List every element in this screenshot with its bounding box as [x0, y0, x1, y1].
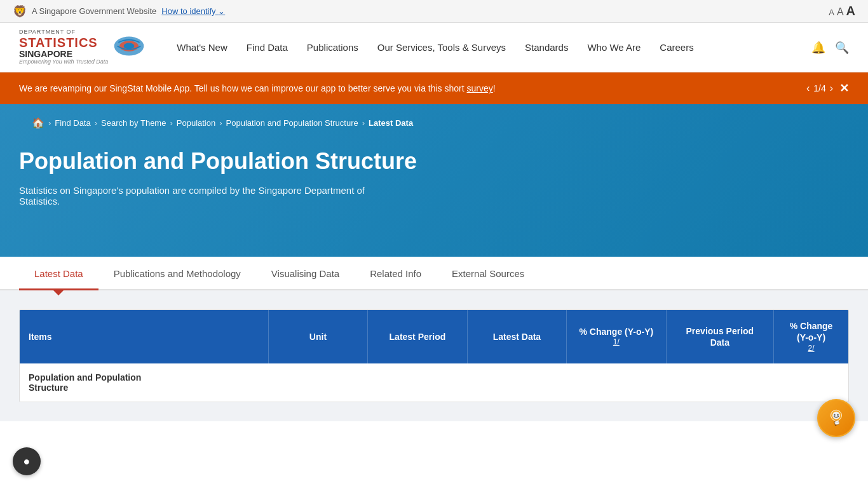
breadcrumb-sep-1: ›	[48, 118, 51, 128]
tab-latest-data[interactable]: Latest Data	[19, 257, 98, 289]
svg-point-6	[837, 414, 839, 416]
logo[interactable]: DEPARTMENT OF STATISTICS SINGAPORE Empow…	[19, 29, 145, 65]
cell-items: Population and PopulationStructure	[20, 363, 268, 402]
banner-survey-link[interactable]: survey	[467, 83, 493, 93]
cell-latest-data	[467, 363, 566, 402]
nav-publications[interactable]: Publications	[307, 42, 358, 53]
banner-counter: 1/4	[813, 83, 825, 93]
breadcrumb-find-data[interactable]: Find Data	[55, 118, 90, 128]
svg-text:💬: 💬	[834, 420, 840, 421]
banner-prev[interactable]: ‹	[806, 83, 810, 94]
cell-unit	[268, 363, 367, 402]
tab-related-info[interactable]: Related Info	[355, 257, 437, 289]
th-prev-pct: % Change (Y-o-Y) 2/	[774, 310, 848, 363]
logo-icon	[113, 34, 145, 61]
identify-link[interactable]: How to identify ⌄	[161, 6, 225, 16]
agency-text: A Singapore Government Website	[32, 6, 156, 16]
main-nav: What's New Find Data Publications Our Se…	[177, 42, 792, 53]
hero-subtitle: Statistics on Singapore's population are…	[19, 185, 400, 207]
tab-external-sources[interactable]: External Sources	[437, 257, 539, 289]
page-title: Population and Population Structure	[19, 148, 849, 175]
svg-point-5	[834, 414, 836, 416]
th-prev-period-data: Previous Period Data	[666, 310, 774, 363]
content-area: Items Unit Latest Period Latest Data % C…	[0, 290, 868, 421]
logo-tagline: Empowering You with Trusted Data	[19, 59, 108, 65]
hero-section: 🏠 › Find Data › Search by Theme › Popula…	[0, 104, 868, 257]
tabs-section: Latest Data Publications and Methodology…	[0, 257, 868, 290]
logo-text: DEPARTMENT OF STATISTICS SINGAPORE Empow…	[19, 29, 108, 65]
cell-prev-pct	[774, 363, 848, 402]
breadcrumb-sep-2: ›	[95, 118, 97, 128]
table-row: Population and PopulationStructure	[20, 363, 848, 402]
breadcrumb-home[interactable]: 🏠	[32, 117, 44, 129]
font-size-medium[interactable]: A	[837, 6, 844, 18]
nav-who-we-are[interactable]: Who We Are	[587, 42, 641, 53]
cell-pct-change	[567, 363, 666, 402]
th-pct-change-note-link[interactable]: 1/	[613, 337, 620, 346]
breadcrumb-current: Latest Data	[369, 118, 413, 128]
breadcrumb-sep-4: ›	[219, 118, 222, 128]
breadcrumb-sep-5: ›	[362, 118, 365, 128]
th-items: Items	[20, 310, 268, 363]
search-icon[interactable]: 🔍	[835, 41, 849, 55]
tab-visualising-data[interactable]: Visualising Data	[256, 257, 355, 289]
banner-text: We are revamping our SingStat Mobile App…	[19, 83, 806, 93]
notification-icon[interactable]: 🔔	[811, 41, 825, 55]
banner-next[interactable]: ›	[830, 83, 833, 94]
logo-dept: DEPARTMENT OF	[19, 29, 108, 36]
nav-careers[interactable]: Careers	[660, 42, 693, 53]
breadcrumb: 🏠 › Find Data › Search by Theme › Popula…	[32, 117, 849, 129]
breadcrumb-sep-3: ›	[170, 118, 172, 128]
th-pct-change: % Change (Y-o-Y) 1/	[567, 310, 666, 363]
gov-bar: 🦁 A Singapore Government Website How to …	[0, 0, 868, 23]
th-latest-data: Latest Data	[467, 310, 566, 363]
gov-bar-left: 🦁 A Singapore Government Website How to …	[13, 4, 225, 18]
font-size-controls: A A A	[829, 4, 855, 18]
font-size-large[interactable]: A	[846, 4, 855, 18]
data-table: Items Unit Latest Period Latest Data % C…	[20, 310, 848, 402]
breadcrumb-population[interactable]: Population	[177, 118, 215, 128]
chat-widget-icon: 💬	[818, 400, 854, 421]
tabs: Latest Data Publications and Methodology…	[19, 257, 849, 289]
tab-publications-methodology[interactable]: Publications and Methodology	[98, 257, 256, 289]
font-size-small[interactable]: A	[829, 8, 834, 17]
cell-prev-period	[666, 363, 774, 402]
header-icons: 🔔 🔍	[811, 41, 849, 55]
svg-point-4	[832, 412, 840, 419]
logo-stat: STATISTICS	[19, 36, 108, 50]
svg-point-2	[124, 43, 135, 50]
th-unit: Unit	[268, 310, 367, 363]
table-header-row: Items Unit Latest Period Latest Data % C…	[20, 310, 848, 363]
nav-whats-new[interactable]: What's New	[177, 42, 227, 53]
banner-nav: ‹ 1/4 ›	[806, 83, 833, 94]
lion-icon: 🦁	[13, 4, 27, 18]
data-table-wrapper: Items Unit Latest Period Latest Data % C…	[19, 309, 849, 402]
logo-singapore: SINGAPORE	[19, 50, 108, 59]
th-latest-period: Latest Period	[368, 310, 467, 363]
cell-latest-period	[368, 363, 467, 402]
nav-standards[interactable]: Standards	[525, 42, 568, 53]
nav-find-data[interactable]: Find Data	[247, 42, 288, 53]
nav-services[interactable]: Our Services, Tools & Surveys	[377, 42, 506, 53]
breadcrumb-pop-structure[interactable]: Population and Population Structure	[226, 118, 358, 128]
banner-controls: ‹ 1/4 › ✕	[806, 81, 849, 95]
breadcrumb-search-by-theme[interactable]: Search by Theme	[101, 118, 166, 128]
site-header: DEPARTMENT OF STATISTICS SINGAPORE Empow…	[0, 23, 868, 72]
banner-close[interactable]: ✕	[839, 81, 849, 95]
announcement-banner: We are revamping our SingStat Mobile App…	[0, 72, 868, 104]
th-prev-pct-note-link[interactable]: 2/	[808, 344, 815, 353]
